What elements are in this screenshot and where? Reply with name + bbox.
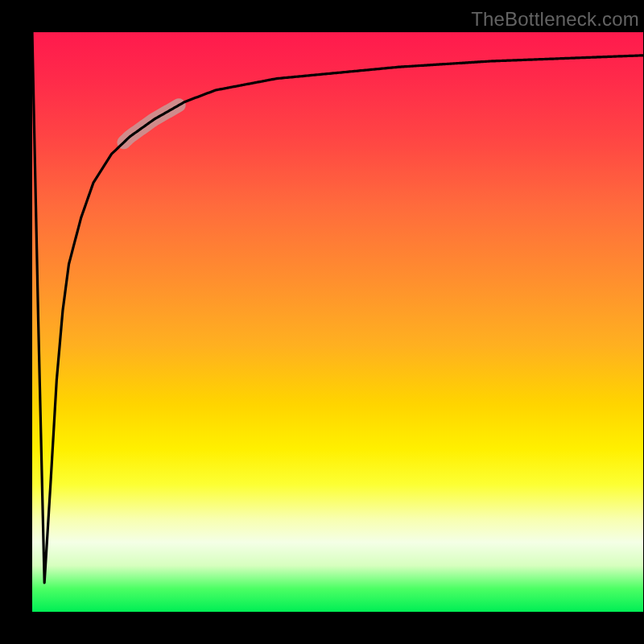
curve-layer	[32, 32, 643, 612]
watermark-label: TheBottleneck.com	[471, 8, 639, 31]
chart-frame: TheBottleneck.com	[0, 0, 644, 644]
plot-area	[32, 32, 643, 612]
bottleneck-curve	[32, 32, 643, 583]
